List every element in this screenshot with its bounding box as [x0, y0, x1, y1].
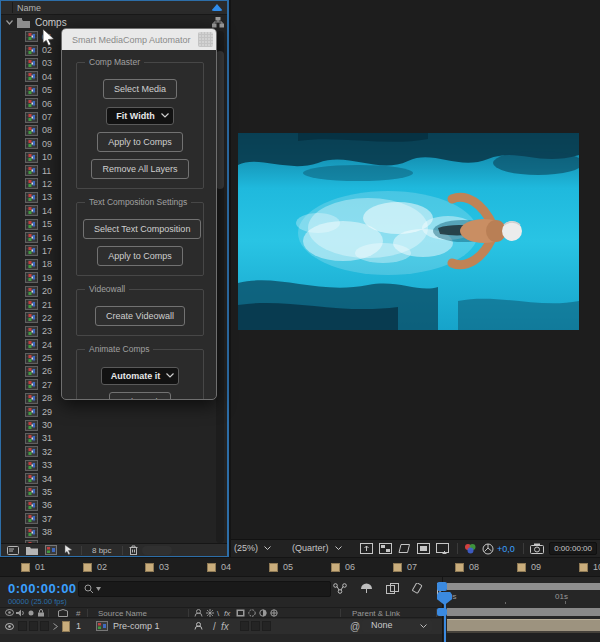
- select-media-button[interactable]: Select Media: [103, 79, 177, 99]
- current-time-display[interactable]: 0:00:00:00: [8, 581, 77, 596]
- name-column-header[interactable]: Name: [17, 3, 41, 13]
- layer-row[interactable]: 1 Pre-comp 1 / fx @ None: [0, 619, 442, 634]
- work-area-bar[interactable]: [447, 583, 600, 590]
- comp-item-icon: [25, 286, 38, 297]
- mask-visibility-icon[interactable]: [398, 543, 411, 554]
- motion-blur-icon[interactable]: [360, 583, 373, 595]
- solo-column-icon[interactable]: [28, 610, 34, 616]
- pick-whip-icon[interactable]: @: [350, 621, 360, 632]
- project-item[interactable]: 32: [1, 445, 227, 458]
- animate-it-button[interactable]: Animate it: [109, 392, 171, 400]
- project-item[interactable]: 37: [1, 512, 227, 525]
- quality-switch-icon[interactable]: \: [217, 609, 219, 618]
- apply-text-to-comps-button[interactable]: Apply to Comps: [97, 246, 183, 266]
- layer-fx-switch[interactable]: fx: [221, 621, 229, 632]
- frame-blending-icon[interactable]: [386, 583, 399, 595]
- auto-keyframe-icon[interactable]: [412, 583, 424, 595]
- sort-ascending-icon[interactable]: [211, 4, 223, 11]
- magnification-dropdown[interactable]: (25%): [234, 543, 271, 553]
- comp-tab[interactable]: 02: [62, 558, 124, 576]
- automate-mode-dropdown[interactable]: Automate it: [101, 367, 180, 385]
- shy-switch-icon[interactable]: [194, 609, 203, 617]
- comp-tab[interactable]: 01: [0, 558, 62, 576]
- resolution-dropdown[interactable]: (Quarter): [292, 543, 342, 553]
- footer-cursor-icon[interactable]: [64, 545, 73, 555]
- comp-tab[interactable]: 04: [186, 558, 248, 576]
- project-item[interactable]: 31: [1, 432, 227, 445]
- collapse-switch-icon[interactable]: [206, 609, 214, 617]
- region-of-interest-icon[interactable]: [417, 543, 430, 554]
- audio-column-icon[interactable]: [16, 609, 25, 617]
- label-column-icon[interactable]: [58, 609, 68, 617]
- comp-tab-label: 02: [97, 562, 107, 572]
- lock-column-icon[interactable]: [37, 609, 45, 617]
- exposure-icon[interactable]: [482, 543, 494, 555]
- video-column-icon[interactable]: [5, 609, 14, 616]
- comp-tab[interactable]: 05: [248, 558, 310, 576]
- safe-margins-icon[interactable]: [436, 543, 450, 554]
- project-scrollbar-thumb[interactable]: [216, 51, 224, 189]
- comp-tab[interactable]: 08: [434, 558, 496, 576]
- project-item[interactable]: 34: [1, 472, 227, 485]
- layer-visibility-eye-icon[interactable]: [5, 623, 14, 630]
- grid-guides-icon[interactable]: [360, 543, 373, 554]
- select-text-composition-button[interactable]: Select Text Composition: [83, 219, 201, 239]
- twirl-down-icon[interactable]: [6, 20, 13, 25]
- parent-link-column-header[interactable]: Parent & Link: [352, 609, 400, 618]
- panel-grip-icon[interactable]: [198, 32, 213, 47]
- transparency-grid-icon[interactable]: [379, 543, 392, 554]
- snapshot-camera-icon[interactable]: [530, 543, 544, 554]
- comp-tab-label: 10: [593, 562, 600, 572]
- time-ruler[interactable]: 0s 01s: [443, 591, 600, 605]
- motion-blur-switch-icon[interactable]: [248, 609, 256, 617]
- navigator-handle[interactable]: [437, 582, 447, 591]
- comp-tab[interactable]: 10: [558, 558, 600, 576]
- 3d-switch-icon[interactable]: [270, 609, 278, 617]
- comp-tab-icon: [269, 563, 278, 572]
- comp-tab[interactable]: 09: [496, 558, 558, 576]
- comp-tab[interactable]: 07: [372, 558, 434, 576]
- timeline-search-input[interactable]: [78, 581, 331, 597]
- layer-duration-bar[interactable]: [447, 619, 600, 631]
- layer-shy-icon[interactable]: [194, 622, 203, 630]
- remove-all-layers-button[interactable]: Remove All Layers: [91, 159, 188, 179]
- comp-tab-label: 07: [407, 562, 417, 572]
- project-item-label: 17: [42, 246, 52, 256]
- parent-dropdown[interactable]: None: [362, 620, 432, 632]
- project-item[interactable]: 38: [1, 525, 227, 538]
- project-item[interactable]: 33: [1, 459, 227, 472]
- layer-twirl-icon[interactable]: [53, 623, 58, 630]
- apply-to-comps-button[interactable]: Apply to Comps: [97, 132, 183, 152]
- trash-icon[interactable]: [129, 545, 138, 555]
- project-item[interactable]: 30: [1, 418, 227, 431]
- index-column-header[interactable]: #: [76, 609, 80, 618]
- project-scrollbar[interactable]: [216, 31, 224, 543]
- comp-tab[interactable]: 06: [310, 558, 372, 576]
- source-name-column-header[interactable]: Source Name: [98, 609, 147, 618]
- layer-name[interactable]: Pre-comp 1: [113, 621, 160, 631]
- project-item[interactable]: 29: [1, 405, 227, 418]
- comp-tab[interactable]: 03: [124, 558, 186, 576]
- interpret-footage-icon[interactable]: [7, 546, 19, 555]
- track-group-bar[interactable]: [447, 608, 600, 616]
- bit-depth-button[interactable]: 8 bpc: [86, 546, 118, 555]
- composition-viewer: (25%) (Quarter): [231, 0, 600, 557]
- comp-tab-label: 04: [221, 562, 231, 572]
- mini-flowchart-icon[interactable]: [333, 583, 347, 595]
- adjustment-switch-icon[interactable]: [259, 609, 267, 617]
- show-channel-icon[interactable]: [464, 543, 477, 554]
- new-folder-icon[interactable]: [26, 546, 38, 555]
- fit-mode-dropdown[interactable]: Fit Width: [106, 107, 173, 125]
- frame-blend-switch-icon[interactable]: [236, 609, 245, 617]
- fx-switch-icon[interactable]: fx: [224, 609, 230, 618]
- create-videowall-button[interactable]: Create Videowall: [95, 306, 185, 326]
- project-item-label: 06: [42, 99, 52, 109]
- layer-label-color[interactable]: [62, 621, 70, 632]
- layer-quality-switch[interactable]: /: [213, 621, 216, 632]
- comp-tab-icon: [455, 563, 464, 572]
- new-composition-icon[interactable]: [45, 545, 57, 555]
- script-panel-titlebar[interactable]: Smart MediaComp Automator: [62, 29, 216, 50]
- exposure-value[interactable]: +0,0: [497, 544, 515, 554]
- project-item[interactable]: 35: [1, 485, 227, 498]
- project-item[interactable]: 36: [1, 499, 227, 512]
